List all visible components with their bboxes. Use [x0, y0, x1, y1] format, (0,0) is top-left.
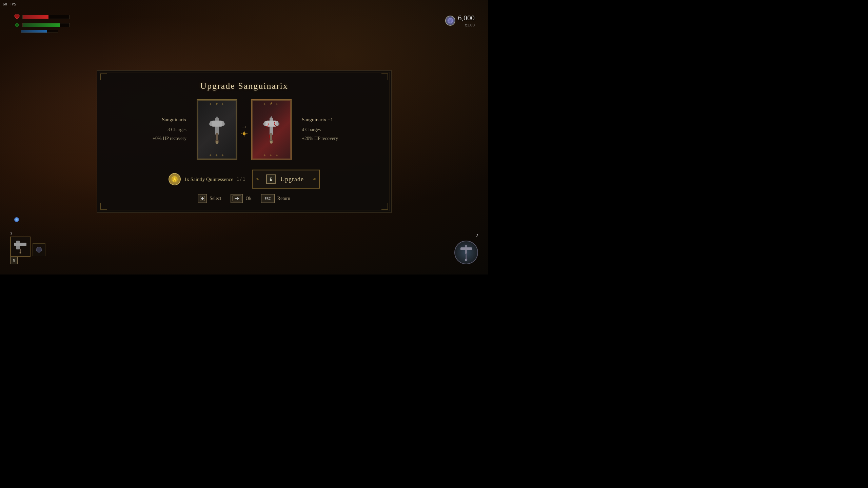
- item-after-charges: 4 Charges: [302, 125, 353, 134]
- svg-rect-33: [20, 249, 21, 252]
- item-card-before: ✦ ✦ ✦ ✦ ✦ ✦: [197, 99, 237, 160]
- item-info-before: Sanguinarix 3 Charges +0% HP recovery: [136, 117, 197, 142]
- fp-icon: [14, 22, 20, 28]
- svg-rect-18: [266, 121, 276, 127]
- equip-secondary-slot: [33, 243, 45, 256]
- control-select: Select: [198, 194, 221, 203]
- fps-counter: 60 FPS: [3, 2, 16, 6]
- req-item-name: 1x Saintly Quintessence: [184, 176, 233, 182]
- hp-bar: [22, 15, 70, 19]
- svg-point-11: [243, 132, 245, 135]
- svg-rect-32: [14, 243, 26, 246]
- upgrade-btn-label: Upgrade: [280, 176, 304, 183]
- item-before-recovery: +0% HP recovery: [136, 134, 186, 142]
- dialog-title: Upgrade Sanguinarix: [111, 81, 377, 91]
- hud-topleft: [14, 14, 70, 33]
- item-card-after: ✦ ✦ ✦: [251, 99, 292, 160]
- ok-label: Ok: [245, 196, 251, 201]
- dialog-corner-tr: [381, 74, 388, 80]
- upgrade-dialog: Upgrade Sanguinarix Sanguinarix 3 Charge…: [97, 70, 392, 213]
- item-icon-before: [203, 113, 231, 147]
- hp-bar-row: [14, 14, 70, 20]
- select-label: Select: [210, 196, 221, 201]
- requirement-row: 1x Saintly Quintessence 1 / 1 E Upgrade: [111, 170, 377, 189]
- fp-bar-row: [14, 22, 70, 28]
- upgrade-button-area: E Upgrade: [252, 170, 320, 189]
- hp-icon: [14, 14, 20, 20]
- svg-point-35: [36, 247, 42, 252]
- svg-rect-8: [216, 133, 218, 142]
- svg-rect-38: [466, 253, 467, 260]
- control-return: ESC Return: [261, 194, 290, 203]
- req-item: 1x Saintly Quintessence 1 / 1: [169, 173, 245, 185]
- fp-bar: [22, 23, 70, 27]
- svg-marker-7: [216, 116, 218, 118]
- svg-marker-6: [224, 122, 225, 126]
- item-info-after: Sanguinarix +1 4 Charges +20% HP recover…: [292, 117, 353, 142]
- br-weapon-circle: [454, 241, 478, 264]
- card-deco-bottom-after: ✦ ✦ ✦: [252, 153, 291, 158]
- svg-point-27: [269, 137, 270, 138]
- svg-point-0: [15, 23, 19, 27]
- dialog-corner-bl: [100, 203, 107, 210]
- equip-key-r: R: [10, 257, 18, 264]
- card-deco-top-before: ✦ ✦ ✦: [197, 102, 237, 106]
- svg-point-39: [465, 259, 467, 261]
- svg-rect-4: [212, 121, 222, 127]
- arrow-divider: →: [237, 123, 251, 136]
- dialog-corner-br: [381, 203, 388, 210]
- svg-point-20: [275, 125, 276, 126]
- svg-rect-3: [210, 121, 224, 126]
- select-key-icon: [198, 194, 207, 203]
- svg-rect-9: [215, 140, 219, 142]
- ok-key-icon: [231, 194, 243, 203]
- upgrade-button[interactable]: E Upgrade: [252, 170, 320, 189]
- svg-marker-21: [263, 122, 264, 126]
- svg-marker-23: [270, 116, 272, 118]
- item-icon-after: [258, 113, 285, 147]
- quintessence-icon: [169, 173, 181, 185]
- return-label: Return: [277, 196, 290, 201]
- control-ok: Ok: [231, 194, 251, 203]
- equip-count: 3: [10, 231, 31, 237]
- svg-marker-5: [209, 122, 210, 126]
- svg-rect-24: [270, 133, 272, 142]
- item-after-name: Sanguinarix +1: [302, 117, 353, 123]
- dialog-controls: Select Ok ESC Return: [111, 194, 377, 203]
- stamina-bar: [21, 30, 58, 33]
- svg-rect-17: [264, 121, 278, 126]
- svg-rect-2: [215, 118, 219, 135]
- svg-rect-16: [270, 118, 273, 135]
- fp-fill: [23, 23, 60, 27]
- equipment-bottomleft: 3 R: [10, 231, 45, 264]
- svg-point-10: [216, 141, 218, 144]
- hp-fill: [23, 15, 48, 19]
- blue-orb: [14, 217, 19, 222]
- item-comparison: Sanguinarix 3 Charges +0% HP recovery ✦ …: [111, 99, 377, 160]
- item-before-charges: 3 Charges: [136, 125, 186, 134]
- item-after-recovery: +20% HP recovery: [302, 134, 353, 142]
- req-count: 1 / 1: [237, 177, 245, 182]
- svg-point-19: [266, 126, 268, 127]
- svg-rect-37: [460, 247, 472, 250]
- svg-point-34: [20, 252, 21, 254]
- hud-topright: 6,000 x1.00: [445, 14, 475, 28]
- svg-point-26: [270, 141, 273, 144]
- br-number: 2: [476, 233, 478, 239]
- card-deco-top-after: ✦ ✦ ✦: [252, 102, 291, 106]
- svg-marker-22: [278, 122, 280, 126]
- item-before-name: Sanguinarix: [136, 117, 186, 123]
- souls-icon: [445, 16, 455, 26]
- upgrade-key-badge: E: [266, 175, 276, 184]
- equip-main-slot: [10, 237, 31, 257]
- return-key-icon: ESC: [261, 194, 275, 203]
- souls-multiplier: x1.00: [465, 22, 475, 28]
- dialog-corner-tl: [100, 74, 107, 80]
- stamina-fill: [21, 30, 47, 33]
- bottomright-widget: 2: [454, 233, 478, 264]
- svg-rect-25: [270, 140, 273, 142]
- card-deco-bottom-before: ✦ ✦ ✦: [197, 153, 237, 158]
- stamina-bar-row: [14, 30, 70, 33]
- souls-count: 6,000: [458, 14, 475, 22]
